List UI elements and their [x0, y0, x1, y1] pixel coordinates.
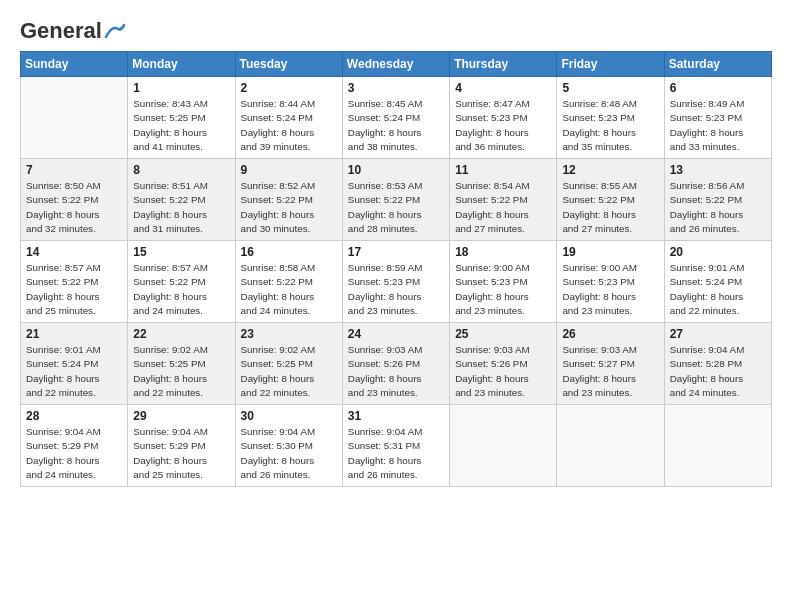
calendar-cell: 4Sunrise: 8:47 AMSunset: 5:23 PMDaylight… [450, 77, 557, 159]
day-number: 25 [455, 327, 551, 341]
day-info: Sunrise: 9:03 AMSunset: 5:26 PMDaylight:… [455, 343, 551, 400]
day-info: Sunrise: 8:51 AMSunset: 5:22 PMDaylight:… [133, 179, 229, 236]
calendar-cell: 30Sunrise: 9:04 AMSunset: 5:30 PMDayligh… [235, 405, 342, 487]
day-number: 5 [562, 81, 658, 95]
day-number: 2 [241, 81, 337, 95]
day-number: 1 [133, 81, 229, 95]
day-number: 13 [670, 163, 766, 177]
calendar-cell: 12Sunrise: 8:55 AMSunset: 5:22 PMDayligh… [557, 159, 664, 241]
day-number: 23 [241, 327, 337, 341]
calendar-cell: 17Sunrise: 8:59 AMSunset: 5:23 PMDayligh… [342, 241, 449, 323]
calendar-cell: 22Sunrise: 9:02 AMSunset: 5:25 PMDayligh… [128, 323, 235, 405]
day-info: Sunrise: 9:04 AMSunset: 5:29 PMDaylight:… [133, 425, 229, 482]
weekday-header-saturday: Saturday [664, 52, 771, 77]
header: General [20, 18, 772, 41]
calendar-cell: 24Sunrise: 9:03 AMSunset: 5:26 PMDayligh… [342, 323, 449, 405]
day-number: 20 [670, 245, 766, 259]
day-info: Sunrise: 9:00 AMSunset: 5:23 PMDaylight:… [455, 261, 551, 318]
calendar-cell [664, 405, 771, 487]
calendar-cell: 28Sunrise: 9:04 AMSunset: 5:29 PMDayligh… [21, 405, 128, 487]
calendar-cell: 23Sunrise: 9:02 AMSunset: 5:25 PMDayligh… [235, 323, 342, 405]
day-number: 16 [241, 245, 337, 259]
day-info: Sunrise: 8:57 AMSunset: 5:22 PMDaylight:… [26, 261, 122, 318]
calendar-cell: 27Sunrise: 9:04 AMSunset: 5:28 PMDayligh… [664, 323, 771, 405]
day-info: Sunrise: 8:44 AMSunset: 5:24 PMDaylight:… [241, 97, 337, 154]
weekday-header-friday: Friday [557, 52, 664, 77]
calendar-cell: 16Sunrise: 8:58 AMSunset: 5:22 PMDayligh… [235, 241, 342, 323]
calendar-week-row: 21Sunrise: 9:01 AMSunset: 5:24 PMDayligh… [21, 323, 772, 405]
day-info: Sunrise: 8:59 AMSunset: 5:23 PMDaylight:… [348, 261, 444, 318]
calendar-cell: 10Sunrise: 8:53 AMSunset: 5:22 PMDayligh… [342, 159, 449, 241]
day-info: Sunrise: 9:02 AMSunset: 5:25 PMDaylight:… [241, 343, 337, 400]
day-number: 9 [241, 163, 337, 177]
day-number: 22 [133, 327, 229, 341]
calendar-cell [21, 77, 128, 159]
day-number: 31 [348, 409, 444, 423]
day-info: Sunrise: 9:03 AMSunset: 5:26 PMDaylight:… [348, 343, 444, 400]
weekday-header-monday: Monday [128, 52, 235, 77]
calendar-week-row: 28Sunrise: 9:04 AMSunset: 5:29 PMDayligh… [21, 405, 772, 487]
day-info: Sunrise: 9:04 AMSunset: 5:28 PMDaylight:… [670, 343, 766, 400]
day-number: 12 [562, 163, 658, 177]
calendar-cell: 13Sunrise: 8:56 AMSunset: 5:22 PMDayligh… [664, 159, 771, 241]
day-number: 3 [348, 81, 444, 95]
calendar-cell: 31Sunrise: 9:04 AMSunset: 5:31 PMDayligh… [342, 405, 449, 487]
day-info: Sunrise: 8:53 AMSunset: 5:22 PMDaylight:… [348, 179, 444, 236]
day-number: 17 [348, 245, 444, 259]
day-number: 6 [670, 81, 766, 95]
calendar-cell: 15Sunrise: 8:57 AMSunset: 5:22 PMDayligh… [128, 241, 235, 323]
day-number: 29 [133, 409, 229, 423]
calendar-cell: 26Sunrise: 9:03 AMSunset: 5:27 PMDayligh… [557, 323, 664, 405]
calendar-cell: 29Sunrise: 9:04 AMSunset: 5:29 PMDayligh… [128, 405, 235, 487]
day-info: Sunrise: 9:04 AMSunset: 5:29 PMDaylight:… [26, 425, 122, 482]
weekday-header-tuesday: Tuesday [235, 52, 342, 77]
day-info: Sunrise: 9:03 AMSunset: 5:27 PMDaylight:… [562, 343, 658, 400]
day-info: Sunrise: 8:54 AMSunset: 5:22 PMDaylight:… [455, 179, 551, 236]
calendar-cell: 21Sunrise: 9:01 AMSunset: 5:24 PMDayligh… [21, 323, 128, 405]
calendar-cell: 3Sunrise: 8:45 AMSunset: 5:24 PMDaylight… [342, 77, 449, 159]
calendar-week-row: 14Sunrise: 8:57 AMSunset: 5:22 PMDayligh… [21, 241, 772, 323]
calendar-cell: 8Sunrise: 8:51 AMSunset: 5:22 PMDaylight… [128, 159, 235, 241]
calendar-cell: 6Sunrise: 8:49 AMSunset: 5:23 PMDaylight… [664, 77, 771, 159]
logo-general: General [20, 18, 126, 45]
day-info: Sunrise: 9:01 AMSunset: 5:24 PMDaylight:… [26, 343, 122, 400]
day-number: 24 [348, 327, 444, 341]
calendar-week-row: 7Sunrise: 8:50 AMSunset: 5:22 PMDaylight… [21, 159, 772, 241]
calendar-cell: 18Sunrise: 9:00 AMSunset: 5:23 PMDayligh… [450, 241, 557, 323]
page: General SundayMondayTuesdayWednesdayThur… [0, 0, 792, 612]
day-number: 26 [562, 327, 658, 341]
day-number: 7 [26, 163, 122, 177]
calendar-cell [557, 405, 664, 487]
day-number: 10 [348, 163, 444, 177]
day-info: Sunrise: 8:50 AMSunset: 5:22 PMDaylight:… [26, 179, 122, 236]
calendar-cell: 19Sunrise: 9:00 AMSunset: 5:23 PMDayligh… [557, 241, 664, 323]
day-info: Sunrise: 9:01 AMSunset: 5:24 PMDaylight:… [670, 261, 766, 318]
day-number: 4 [455, 81, 551, 95]
logo-bird-icon [104, 23, 126, 39]
day-number: 19 [562, 245, 658, 259]
calendar-cell: 5Sunrise: 8:48 AMSunset: 5:23 PMDaylight… [557, 77, 664, 159]
calendar-cell: 11Sunrise: 8:54 AMSunset: 5:22 PMDayligh… [450, 159, 557, 241]
day-info: Sunrise: 9:04 AMSunset: 5:31 PMDaylight:… [348, 425, 444, 482]
weekday-header-thursday: Thursday [450, 52, 557, 77]
day-number: 28 [26, 409, 122, 423]
calendar-cell: 7Sunrise: 8:50 AMSunset: 5:22 PMDaylight… [21, 159, 128, 241]
day-number: 14 [26, 245, 122, 259]
calendar-cell: 1Sunrise: 8:43 AMSunset: 5:25 PMDaylight… [128, 77, 235, 159]
day-info: Sunrise: 8:48 AMSunset: 5:23 PMDaylight:… [562, 97, 658, 154]
weekday-header-wednesday: Wednesday [342, 52, 449, 77]
day-number: 15 [133, 245, 229, 259]
day-info: Sunrise: 9:02 AMSunset: 5:25 PMDaylight:… [133, 343, 229, 400]
day-number: 8 [133, 163, 229, 177]
day-number: 21 [26, 327, 122, 341]
calendar-cell: 14Sunrise: 8:57 AMSunset: 5:22 PMDayligh… [21, 241, 128, 323]
day-info: Sunrise: 9:00 AMSunset: 5:23 PMDaylight:… [562, 261, 658, 318]
weekday-header-sunday: Sunday [21, 52, 128, 77]
day-info: Sunrise: 8:52 AMSunset: 5:22 PMDaylight:… [241, 179, 337, 236]
day-info: Sunrise: 8:56 AMSunset: 5:22 PMDaylight:… [670, 179, 766, 236]
day-number: 18 [455, 245, 551, 259]
calendar-cell: 9Sunrise: 8:52 AMSunset: 5:22 PMDaylight… [235, 159, 342, 241]
day-info: Sunrise: 8:57 AMSunset: 5:22 PMDaylight:… [133, 261, 229, 318]
day-info: Sunrise: 8:47 AMSunset: 5:23 PMDaylight:… [455, 97, 551, 154]
calendar-header-row: SundayMondayTuesdayWednesdayThursdayFrid… [21, 52, 772, 77]
